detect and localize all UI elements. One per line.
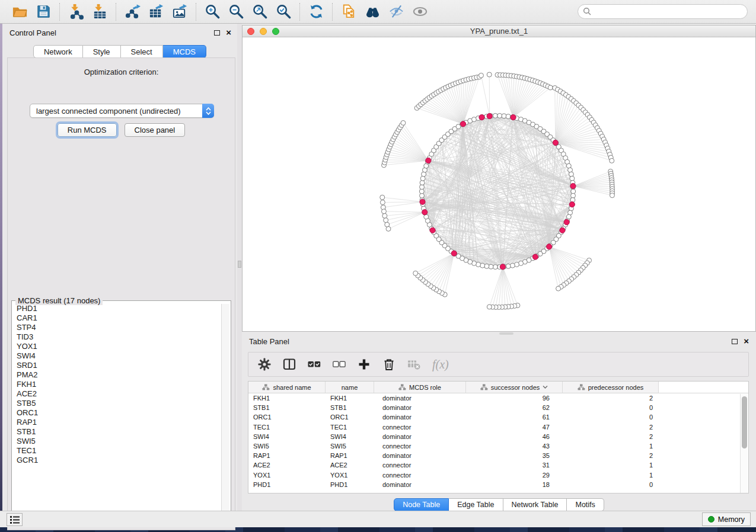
apply-layout-button[interactable] (307, 2, 326, 21)
open-session-button[interactable] (10, 2, 29, 21)
column-header-name[interactable]: name (326, 382, 374, 393)
mcds-list-scrollbar[interactable] (221, 304, 229, 519)
mcds-result-node[interactable]: ORC1 (12, 408, 221, 418)
unselect-all-columns-button[interactable] (333, 358, 346, 371)
show-columns-button[interactable] (283, 358, 296, 371)
cell: 0 (563, 412, 659, 422)
minimize-window-icon[interactable] (260, 28, 267, 35)
tab-select[interactable]: Select (121, 45, 163, 58)
table-row[interactable]: PHD1PHD1dominator180 (248, 480, 748, 489)
network-titlebar[interactable]: YPA_prune.txt_1 (243, 25, 755, 37)
close-table-panel-icon[interactable]: × (744, 338, 749, 344)
table-tabs: Node TableEdge TableNetwork TableMotifs (242, 498, 756, 511)
export-table-button[interactable] (146, 2, 165, 21)
table-panel-splitter-handle[interactable] (499, 332, 513, 335)
column-header-MCDS-role[interactable]: MCDS role (374, 382, 466, 393)
tab-edge-table[interactable]: Edge Table (449, 498, 503, 511)
memory-button[interactable]: Memory (702, 512, 751, 526)
mcds-result-node[interactable]: FKH1 (12, 380, 221, 389)
delete-columns-button[interactable] (382, 358, 395, 371)
table-row[interactable]: SWI5SWI5connector431 (248, 441, 748, 451)
column-header-shared-name[interactable]: shared name (248, 382, 326, 393)
zoom-out-button[interactable] (227, 2, 245, 21)
cell: SWI4 (248, 432, 326, 441)
mcds-result-node[interactable]: TEC1 (12, 446, 221, 456)
cell: 29 (466, 470, 563, 480)
folder-open-icon (12, 4, 28, 20)
zoom-selected-button[interactable] (274, 2, 293, 21)
mcds-result-node[interactable]: YOX1 (12, 342, 221, 351)
table-scrollbar-thumb[interactable] (742, 396, 747, 448)
close-panel-icon[interactable]: × (226, 30, 231, 36)
close-window-icon[interactable] (247, 28, 254, 35)
select-all-columns-button[interactable] (308, 358, 321, 371)
panel-splitter[interactable] (237, 24, 242, 511)
mcds-result-node[interactable]: ACE2 (12, 389, 221, 399)
mcds-result-node[interactable]: STP4 (12, 323, 221, 332)
table-row[interactable]: YOX1YOX1connector291 (248, 470, 748, 480)
tab-style[interactable]: Style (83, 45, 121, 58)
show-graphics-details-button[interactable] (410, 2, 429, 21)
float-table-panel-icon[interactable] (732, 339, 738, 344)
mcds-result-node[interactable]: CAR1 (12, 313, 221, 323)
table-row[interactable]: FKH1FKH1dominator962 (248, 393, 748, 403)
mcds-result-node[interactable]: RAP1 (12, 418, 221, 427)
mcds-result-node[interactable]: GCR1 (12, 456, 221, 465)
mcds-result-node[interactable]: PMA2 (12, 370, 221, 380)
import-network-button[interactable] (66, 2, 85, 21)
table-row[interactable]: TEC1TEC1connector472 (248, 422, 748, 432)
columns-icon (283, 358, 296, 371)
create-column-button[interactable] (358, 358, 371, 371)
mcds-result-node[interactable]: TID3 (12, 332, 221, 342)
table-row[interactable]: SWI4SWI4dominator462 (248, 432, 748, 441)
table-toolbar: f(x) (248, 352, 749, 377)
mcds-result-node[interactable]: STB1 (12, 427, 221, 437)
close-panel-button[interactable]: Close panel (125, 123, 186, 137)
zoom-in-button[interactable] (203, 2, 222, 21)
table-options-button[interactable] (258, 358, 271, 371)
tab-network-table[interactable]: Network Table (503, 498, 567, 511)
tab-motifs[interactable]: Motifs (567, 498, 604, 511)
network-from-selection-button[interactable] (339, 2, 358, 21)
function-icon: f(x) (432, 358, 449, 371)
zoom-window-icon[interactable] (272, 28, 279, 35)
shared-col-icon (398, 384, 406, 390)
zoom-fit-button[interactable] (250, 2, 269, 21)
column-header-predecessor-nodes[interactable]: predecessor nodes (563, 382, 659, 393)
mcds-result-node[interactable]: SWI4 (12, 351, 221, 361)
float-panel-icon[interactable] (214, 30, 220, 36)
mcds-result-node[interactable]: SWI5 (12, 437, 221, 446)
main-toolbar (0, 0, 756, 24)
node-table: shared namenameMCDS rolesuccessor nodesp… (248, 381, 749, 493)
run-mcds-button[interactable]: Run MCDS (58, 123, 117, 137)
search-input[interactable] (578, 4, 748, 19)
table-row[interactable]: RAP1RAP1dominator352 (248, 451, 748, 460)
hide-graphics-details-button[interactable] (387, 2, 406, 21)
criterion-dropdown[interactable]: largest connected component (undirected) (30, 104, 214, 118)
splitter-handle[interactable] (238, 261, 241, 268)
tab-mcds[interactable]: MCDS (163, 45, 206, 58)
cell: dominator (374, 480, 466, 489)
cell: 1 (563, 441, 659, 451)
mcds-result-node[interactable]: STB5 (12, 399, 221, 408)
first-neighbors-button[interactable] (363, 2, 382, 21)
table-row[interactable]: ACE2ACE2connector311 (248, 460, 748, 470)
export-network-button[interactable] (123, 2, 142, 21)
mcds-result-node[interactable]: SRD1 (12, 361, 221, 370)
column-header-successor-nodes[interactable]: successor nodes (466, 382, 563, 393)
import-table-button[interactable] (90, 2, 109, 21)
table-row[interactable]: STB1STB1dominator620 (248, 403, 748, 412)
eye-slash-icon (388, 4, 404, 20)
table-row[interactable]: ORC1ORC1dominator610 (248, 412, 748, 422)
mcds-result-node[interactable]: PHD1 (12, 304, 221, 313)
cell: STB1 (248, 403, 326, 412)
export-image-button[interactable] (170, 2, 189, 21)
table-scrollbar[interactable] (740, 394, 748, 493)
cell: YOX1 (326, 470, 374, 480)
tab-network[interactable]: Network (33, 45, 83, 58)
task-history-button[interactable] (7, 513, 23, 526)
tab-node-table[interactable]: Node Table (394, 498, 449, 511)
save-session-button[interactable] (34, 2, 53, 21)
network-canvas[interactable] (243, 37, 755, 331)
shared-col-icon (262, 384, 270, 390)
